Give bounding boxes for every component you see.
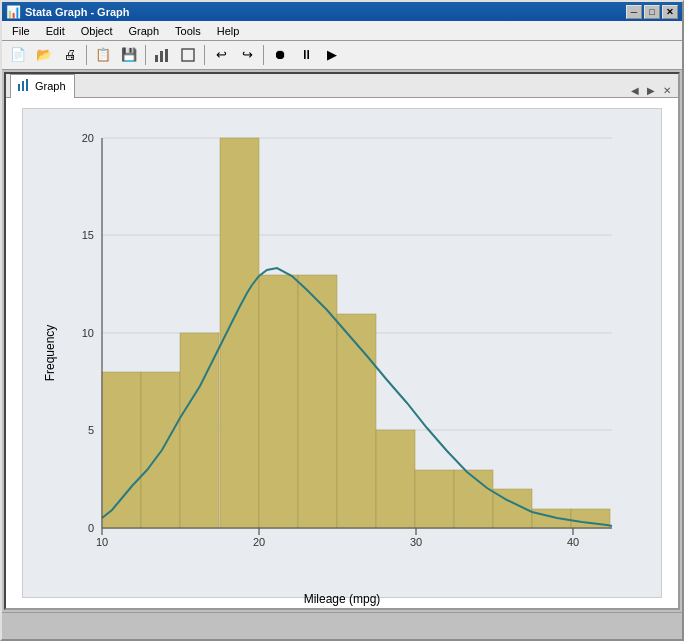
menu-edit[interactable]: Edit	[38, 23, 73, 39]
bar-10	[102, 372, 141, 528]
menu-file[interactable]: File	[4, 23, 38, 39]
bar-20	[259, 275, 298, 528]
toolbar: 📄 📂 🖨 📋 💾 ↩ ↪ ⏺ ⏸ ▶	[2, 41, 682, 70]
title-controls: ─ □ ✕	[626, 5, 678, 19]
bar-22	[298, 275, 337, 528]
save-button[interactable]: 💾	[117, 43, 141, 67]
svg-text:20: 20	[82, 132, 94, 144]
bar-32	[454, 470, 493, 528]
graph-tab[interactable]: Graph	[10, 74, 75, 98]
print-button[interactable]: 🖨	[58, 43, 82, 67]
menu-bar: File Edit Object Graph Tools Help	[2, 21, 682, 40]
svg-text:5: 5	[88, 424, 94, 436]
status-bar	[2, 612, 682, 639]
svg-rect-1	[160, 51, 163, 62]
play-button[interactable]: ▶	[320, 43, 344, 67]
close-button[interactable]: ✕	[662, 5, 678, 19]
content-area: Graph ◀ ▶ ✕ Frequency Mileage (mpg)	[2, 70, 682, 612]
menu-tools[interactable]: Tools	[167, 23, 209, 39]
toolbar-separator-1	[86, 45, 87, 65]
svg-rect-6	[26, 79, 28, 91]
menu-help[interactable]: Help	[209, 23, 248, 39]
svg-text:10: 10	[96, 536, 108, 548]
bar-25	[337, 314, 376, 528]
svg-rect-3	[182, 49, 194, 61]
tab-area: Graph ◀ ▶ ✕	[6, 74, 678, 98]
title-bar: 📊 Stata Graph - Graph ─ □ ✕	[2, 2, 682, 21]
new-button[interactable]: 📄	[6, 43, 30, 67]
tab-controls: ◀ ▶ ✕	[628, 84, 674, 97]
inner-frame: Graph ◀ ▶ ✕ Frequency Mileage (mpg)	[4, 72, 680, 610]
tab-next-button[interactable]: ▶	[644, 84, 658, 97]
menu-object[interactable]: Object	[73, 23, 121, 39]
pause-button[interactable]: ⏸	[294, 43, 318, 67]
select-button[interactable]	[176, 43, 200, 67]
svg-text:0: 0	[88, 522, 94, 534]
svg-rect-2	[165, 49, 168, 62]
minimize-button[interactable]: ─	[626, 5, 642, 19]
svg-text:10: 10	[82, 327, 94, 339]
toolbar-separator-2	[145, 45, 146, 65]
bar-12	[141, 372, 180, 528]
svg-text:15: 15	[82, 229, 94, 241]
maximize-button[interactable]: □	[644, 5, 660, 19]
graph-type-button[interactable]	[150, 43, 174, 67]
svg-rect-0	[155, 55, 158, 62]
app-icon: 📊	[6, 5, 21, 19]
tab-icon	[17, 78, 31, 95]
svg-text:40: 40	[567, 536, 579, 548]
svg-rect-5	[22, 81, 24, 91]
record-button[interactable]: ⏺	[268, 43, 292, 67]
menu-graph[interactable]: Graph	[121, 23, 168, 39]
tab-label: Graph	[35, 80, 66, 92]
chart-inner: Frequency Mileage (mpg)	[52, 128, 632, 578]
svg-text:30: 30	[410, 536, 422, 548]
bar-15	[180, 333, 219, 528]
graph-container: Frequency Mileage (mpg)	[6, 98, 678, 608]
window-frame: 📊 Stata Graph - Graph ─ □ ✕ File Edit Ob…	[0, 0, 684, 641]
svg-text:20: 20	[253, 536, 265, 548]
x-axis-label: Mileage (mpg)	[304, 592, 381, 606]
undo-button[interactable]: ↩	[209, 43, 233, 67]
copy-button[interactable]: 📋	[91, 43, 115, 67]
chart-svg: 0 5 10 15 20 10 20 30 40	[52, 128, 632, 578]
open-button[interactable]: 📂	[32, 43, 56, 67]
tab-prev-button[interactable]: ◀	[628, 84, 642, 97]
tab-close-button[interactable]: ✕	[660, 84, 674, 97]
toolbar-separator-4	[263, 45, 264, 65]
bar-30	[415, 470, 454, 528]
bar-27	[376, 430, 415, 528]
svg-rect-4	[18, 84, 20, 91]
redo-button[interactable]: ↪	[235, 43, 259, 67]
chart-wrapper: Frequency Mileage (mpg)	[22, 108, 662, 598]
window-title: Stata Graph - Graph	[25, 6, 130, 18]
toolbar-separator-3	[204, 45, 205, 65]
